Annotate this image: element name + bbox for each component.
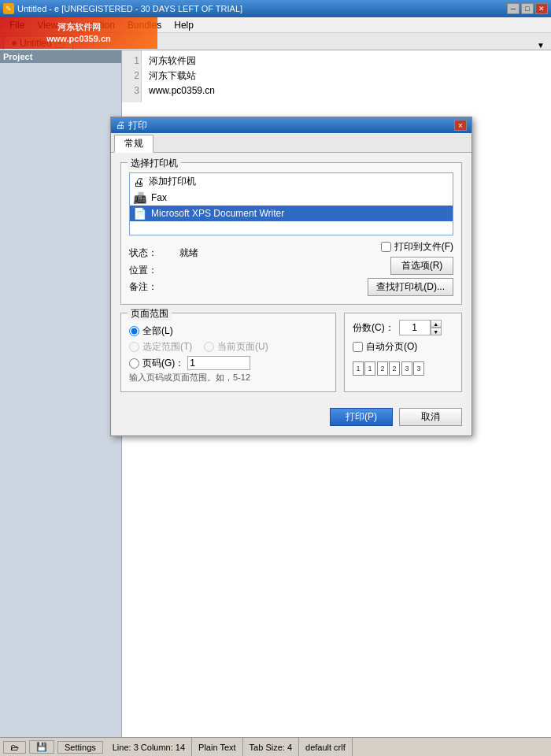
- sidebar-header: Project: [0, 50, 121, 63]
- settings-button[interactable]: Settings: [57, 741, 103, 754]
- location-label: 位置：: [129, 264, 176, 280]
- print-button[interactable]: 打印(P): [330, 408, 393, 426]
- status-tab-size: Tab Size: 4: [243, 738, 299, 756]
- page-range-radio-group: 全部(L) 选定范围(T) 当前页面(U) 页码(G)：: [129, 320, 327, 370]
- print-dialog: 🖨 打印 × 常规 选择打印机 🖨 添加打印机 📠 Fax 📄: [110, 117, 472, 436]
- cancel-button[interactable]: 取消: [399, 408, 462, 426]
- auto-collate-checkbox[interactable]: [353, 342, 363, 352]
- menu-help[interactable]: Help: [168, 18, 200, 32]
- copies-row: 份数(C)： ▲ ▼: [353, 320, 453, 335]
- tab-dropdown-button[interactable]: ▼: [537, 41, 545, 50]
- coll-page-2b: 2: [389, 361, 400, 376]
- dialog-body: 选择打印机 🖨 添加打印机 📠 Fax 📄 Microsoft XPS Docu…: [111, 153, 471, 435]
- line-num-3: 3: [124, 83, 139, 98]
- status-encoding: default crlf: [299, 738, 353, 756]
- page-range-label: 页面范围: [128, 307, 172, 321]
- radio-pages-row: 页码(G)：: [129, 356, 327, 370]
- xps-printer-icon: 📄: [133, 207, 146, 220]
- auto-collate-label: 自动分页(O): [366, 340, 417, 354]
- collation-set-2: 2 2: [377, 361, 400, 376]
- printer-section: 选择打印机 🖨 添加打印机 📠 Fax 📄 Microsoft XPS Docu…: [120, 162, 462, 305]
- preferences-button[interactable]: 首选项(R): [390, 257, 453, 275]
- radio-selection-label: 选定范围(T): [142, 340, 192, 354]
- copies-label: 份数(C)：: [353, 321, 394, 335]
- printer-section-label: 选择打印机: [128, 157, 181, 170]
- spin-buttons: ▲ ▼: [431, 320, 442, 335]
- title-bar-text: Untitled - e [UNREGISTERED - 30 DAYS LEF…: [17, 4, 242, 13]
- dialog-title: 打印: [128, 119, 147, 132]
- xps-printer-label: Microsoft XPS Document Writer: [151, 208, 284, 219]
- notes-value: [179, 280, 198, 296]
- page-range-copies-row: 页面范围 全部(L) 选定范围(T) 当前页面(U): [120, 313, 462, 400]
- status-value: 就绪: [179, 246, 198, 262]
- copies-increment-button[interactable]: ▲: [431, 320, 442, 328]
- dialog-title-left: 🖨 打印: [116, 119, 147, 132]
- collation-icons: 1 1 2 2: [353, 361, 453, 376]
- save-file-button[interactable]: 💾: [29, 740, 54, 754]
- printer-item-fax[interactable]: 📠 Fax: [130, 190, 453, 206]
- title-bar: ✎ Untitled - e [UNREGISTERED - 30 DAYS L…: [0, 0, 551, 17]
- coll-page-2a: 2: [377, 361, 388, 376]
- print-to-file-label: 打印到文件(F): [394, 240, 453, 254]
- watermark-line1: 河东软件网: [46, 21, 111, 33]
- line-num-1: 1: [124, 54, 139, 69]
- page-range-section: 页面范围 全部(L) 选定范围(T) 当前页面(U): [120, 313, 336, 392]
- open-file-button[interactable]: 🗁: [3, 741, 26, 754]
- radio-all[interactable]: [129, 326, 139, 336]
- sidebar: Project: [0, 50, 122, 737]
- collation-set-3: 3 3: [401, 361, 424, 376]
- radio-all-row: 全部(L): [129, 324, 327, 338]
- window-close-button[interactable]: ✕: [535, 3, 548, 14]
- app-icon: ✎: [3, 3, 14, 14]
- copies-decrement-button[interactable]: ▼: [431, 328, 442, 335]
- dialog-print-icon: 🖨: [116, 120, 125, 131]
- line-numbers: 1 2 3: [122, 50, 142, 102]
- auto-collate-row: 自动分页(O): [353, 340, 453, 354]
- coll-page-3a: 3: [401, 361, 412, 376]
- coll-page-1a: 1: [353, 361, 364, 376]
- minimize-button[interactable]: ─: [507, 3, 520, 14]
- printer-item-add[interactable]: 🖨 添加打印机: [130, 173, 453, 190]
- coll-page-3b: 3: [413, 361, 424, 376]
- dialog-close-button[interactable]: ×: [454, 120, 467, 131]
- sidebar-content: [0, 63, 121, 737]
- page-range-hint: 输入页码或页面范围。如，5-12: [129, 372, 327, 384]
- add-printer-icon: 🖨: [133, 176, 144, 188]
- editor-line-1: 河东软件园: [149, 54, 215, 69]
- dialog-tab-general[interactable]: 常规: [114, 135, 153, 153]
- line-num-2: 2: [124, 69, 139, 83]
- editor-line-2: 河东下载站: [149, 69, 215, 83]
- fax-printer-icon: 📠: [133, 191, 146, 204]
- printer-right-buttons: 打印到文件(F) 首选项(R) 查找打印机(D)...: [368, 240, 453, 296]
- notes-label: 备注：: [129, 280, 176, 296]
- dialog-title-bar: 🖨 打印 ×: [111, 117, 471, 133]
- radio-selection[interactable]: [129, 342, 139, 352]
- printer-status-fields: 状态： 就绪 位置： 备注：: [129, 246, 198, 296]
- print-to-file-checkbox[interactable]: [381, 242, 391, 252]
- dialog-bottom-buttons: 打印(P) 取消: [120, 408, 462, 426]
- printer-item-xps[interactable]: 📄 Microsoft XPS Document Writer: [130, 206, 453, 221]
- radio-selection-row: 选定范围(T) 当前页面(U): [129, 340, 327, 354]
- copies-content: 份数(C)： ▲ ▼ 自动分页(O): [353, 320, 453, 376]
- find-printer-button[interactable]: 查找打印机(D)...: [368, 278, 453, 296]
- radio-pages[interactable]: [129, 358, 139, 369]
- editor-line-3: www.pc0359.cn: [149, 83, 215, 98]
- radio-all-label: 全部(L): [142, 324, 173, 338]
- location-value: [179, 264, 198, 280]
- radio-current-page[interactable]: [204, 342, 214, 352]
- copies-spinner: ▲ ▼: [399, 320, 442, 335]
- status-bar: 🗁 💾 Settings Line: 3 Column: 14 Plain Te…: [0, 737, 551, 756]
- status-line-col: Line: 3 Column: 14: [106, 738, 192, 756]
- coll-page-1b: 1: [364, 361, 375, 376]
- watermark-line2: www.pc0359.cn: [46, 33, 111, 45]
- status-label: 状态：: [129, 246, 176, 262]
- dialog-tabs: 常规: [111, 133, 471, 153]
- maximize-button[interactable]: □: [521, 3, 534, 14]
- print-to-file-row: 打印到文件(F): [381, 240, 453, 254]
- status-plain-text: Plain Text: [192, 738, 243, 756]
- copies-input[interactable]: [399, 320, 431, 335]
- title-bar-buttons: ─ □ ✕: [507, 3, 548, 14]
- page-range-input[interactable]: [187, 356, 250, 370]
- radio-current-label: 当前页面(U): [217, 340, 268, 354]
- printer-list[interactable]: 🖨 添加打印机 📠 Fax 📄 Microsoft XPS Document W…: [129, 172, 453, 235]
